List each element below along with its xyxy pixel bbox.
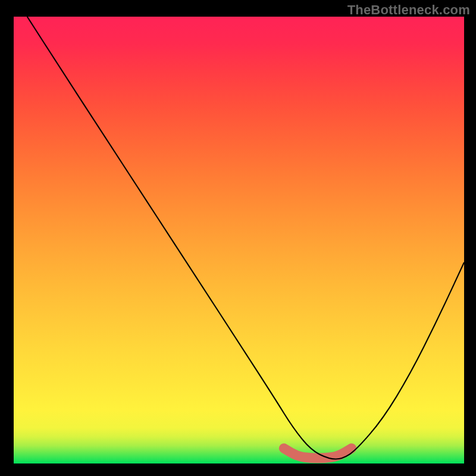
bottleneck-curve: [14, 17, 464, 464]
chart-plot-area: [14, 17, 464, 464]
watermark-text: TheBottleneck.com: [347, 2, 470, 18]
